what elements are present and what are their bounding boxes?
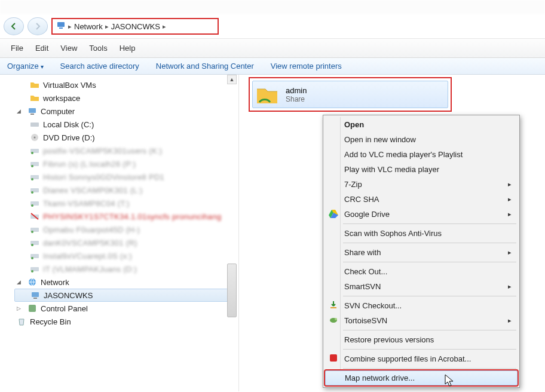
ctx-check-out[interactable]: Check Out...: [325, 264, 518, 279]
menu-tools[interactable]: Tools: [83, 41, 113, 55]
svg-point-35: [335, 318, 337, 320]
tree-item-mapped-drive-disconnected[interactable]: PHYSINSKY1S7CTK34.1.01syncfs pronuncihan…: [14, 210, 234, 223]
svg-point-19: [31, 231, 33, 233]
control-panel-icon: [27, 304, 37, 313]
network-drive-icon: [30, 251, 39, 261]
ctx-open[interactable]: Open: [325, 117, 518, 132]
tree-item-mapped-drive[interactable]: Histori Sonnys0GDVinstore8 PD1: [14, 170, 234, 183]
menu-help[interactable]: Help: [114, 41, 142, 55]
tree-item-mapped-drive[interactable]: Tkami-VSAMP8C04 (T:): [14, 197, 234, 210]
tree-item-mapped-drive[interactable]: danK0VSCAMP5K301 (R): [14, 236, 234, 249]
toolbar-organize[interactable]: Organize: [7, 62, 44, 71]
scroll-up-icon[interactable]: ▲: [227, 75, 237, 84]
tree-item-virtualbox-vms[interactable]: VirtualBox VMs: [14, 78, 234, 91]
svg-rect-0: [57, 22, 65, 27]
ctx-open-new-window[interactable]: Open in new window: [325, 132, 518, 147]
toolbar-view-remote-printers[interactable]: View remote printers: [271, 62, 342, 71]
expand-icon[interactable]: ▷: [17, 305, 23, 311]
ctx-tortoisesvn[interactable]: TortoiseSVN: [325, 313, 518, 328]
breadcrumb-separator-icon: ▸: [163, 23, 166, 30]
navigation-pane: VirtualBox VMs workspace ◢ Computer Loca…: [0, 75, 239, 391]
ctx-separator: [343, 296, 516, 296]
ctx-share-with[interactable]: Share with: [325, 245, 518, 260]
svg-point-10: [31, 165, 33, 167]
breadcrumb-separator-icon: ▸: [105, 23, 109, 30]
svg-point-21: [31, 244, 33, 246]
sidebar-scrollbar[interactable]: ▲: [226, 75, 237, 391]
ctx-crc-sha[interactable]: CRC SHA: [325, 192, 518, 207]
tree-item-local-disk[interactable]: Local Disk (C:): [14, 118, 234, 131]
tree-item-mapped-drive[interactable]: Opmabu F0uarpot45D (H-): [14, 223, 234, 236]
tree-label: Local Disk (C:): [43, 120, 94, 129]
toolbar-network-sharing-center[interactable]: Network and Sharing Center: [156, 62, 254, 71]
obscured-top-strip: [0, 0, 545, 14]
ctx-smartsvn[interactable]: SmartSVN: [325, 279, 518, 294]
svg-point-23: [31, 257, 33, 259]
ctx-restore-previous-versions[interactable]: Restore previous versions: [325, 332, 518, 347]
back-button[interactable]: [4, 17, 24, 35]
share-name: admin: [286, 86, 307, 95]
svg-rect-3: [30, 114, 34, 115]
ctx-separator: [343, 262, 516, 262]
command-bar: Organize Search active directory Network…: [0, 58, 545, 75]
network-drive-icon: [30, 264, 39, 274]
network-drive-icon: [30, 172, 39, 182]
tree-item-mapped-drive[interactable]: Fibrun (s) (L:localh26 (P:): [14, 157, 234, 170]
expand-icon[interactable]: ◢: [17, 108, 23, 114]
svg-point-8: [31, 152, 33, 154]
computer-icon: [27, 106, 37, 116]
ctx-sophos-scan[interactable]: Scan with Sophos Anti-Virus: [325, 226, 518, 241]
ctx-map-network-drive[interactable]: Map network drive...: [325, 370, 518, 385]
ctx-combine-acrobat[interactable]: Combine supported files in Acrobat...: [325, 351, 518, 366]
tree-label: workspace: [43, 94, 80, 103]
menu-edit[interactable]: Edit: [29, 41, 54, 55]
svg-point-14: [31, 191, 33, 194]
tree-item-computer[interactable]: ◢ Computer: [14, 105, 234, 118]
svg-point-16: [31, 204, 33, 207]
tree-item-dvd-drive[interactable]: DVD Drive (D:): [14, 131, 234, 144]
network-drive-icon: [30, 225, 39, 234]
tree-item-control-panel[interactable]: ▷ Control Panel: [14, 302, 234, 315]
shared-folder-icon: [255, 82, 280, 107]
share-type: Share: [286, 95, 307, 103]
tree-item-mapped-drive[interactable]: Dianex VSCAMP0K301 (L:): [14, 183, 234, 197]
tree-label: Recycle Bin: [30, 317, 71, 326]
google-drive-icon: [329, 209, 338, 220]
forward-button[interactable]: [27, 17, 48, 35]
tortoisesvn-icon: [329, 315, 338, 326]
tree-item-recycle-bin[interactable]: Recycle Bin: [14, 315, 234, 328]
folder-icon: [30, 93, 39, 103]
arrow-right-icon: [33, 22, 42, 31]
menu-view[interactable]: View: [54, 41, 83, 55]
disk-icon: [30, 120, 39, 129]
tree-item-mapped-drive[interactable]: Instal9xVCuarept.0S (x:): [14, 249, 234, 262]
tree-item-host-selected[interactable]: JASONCWKS: [14, 289, 234, 302]
ctx-vlc-playlist[interactable]: Add to VLC media player's Playlist: [325, 147, 518, 162]
computer-icon: [30, 290, 40, 300]
ctx-svn-checkout[interactable]: SVN Checkout...: [325, 298, 518, 313]
ctx-separator: [343, 330, 516, 330]
menu-file[interactable]: File: [5, 41, 29, 55]
tree-item-workspace[interactable]: workspace: [14, 91, 234, 105]
expand-icon[interactable]: ◢: [17, 279, 23, 285]
tree-item-mapped-drive[interactable]: IT (VLMAMPAKJuans (D:): [14, 262, 234, 275]
tree-item-mapped-drive[interactable]: postfix-VSCAMP5K301users (K:): [14, 144, 234, 157]
ctx-vlc-play[interactable]: Play with VLC media player: [325, 162, 518, 177]
toolbar-search-active-directory[interactable]: Search active directory: [60, 62, 139, 71]
address-bar[interactable]: ▸ Network ▸ JASONCWKS ▸: [51, 18, 219, 35]
breadcrumb-network[interactable]: Network: [74, 22, 103, 31]
ctx-separator: [343, 368, 516, 369]
ctx-7zip[interactable]: 7-Zip: [325, 177, 518, 192]
breadcrumb-host[interactable]: JASONCWKS: [111, 22, 160, 31]
tree-item-network[interactable]: ◢ Network: [14, 275, 234, 289]
network-drive-icon: [30, 185, 39, 195]
computer-network-icon: [56, 20, 66, 32]
svg-rect-33: [330, 307, 336, 308]
scroll-thumb[interactable]: [227, 264, 237, 317]
share-item-admin[interactable]: admin Share: [249, 77, 452, 112]
svg-rect-1: [59, 27, 63, 29]
network-drive-icon: [30, 238, 39, 247]
ctx-google-drive[interactable]: Google Drive: [325, 207, 518, 222]
svg-point-6: [34, 137, 36, 139]
recycle-bin-icon: [17, 317, 26, 326]
